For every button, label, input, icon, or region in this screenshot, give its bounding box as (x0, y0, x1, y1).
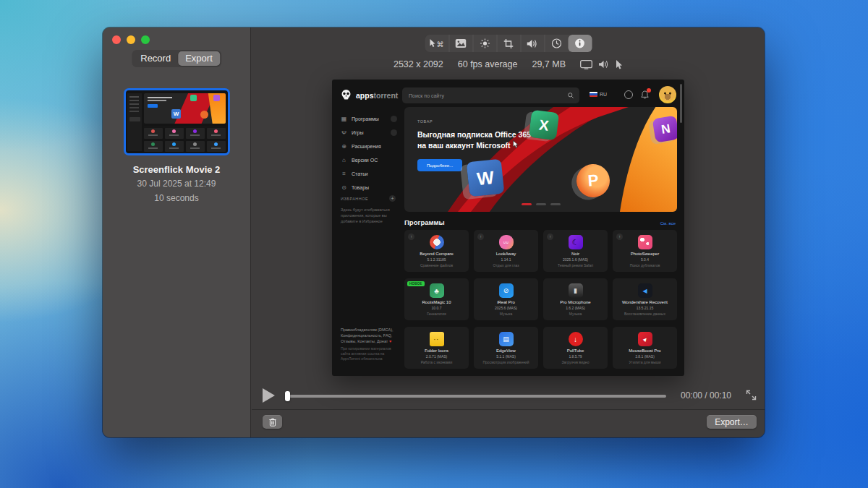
app-card: ▮ Pro Microphone 1.6.2 (MAS) Музыка (543, 278, 608, 320)
page-dot (536, 203, 546, 205)
programs-icon: ▦ (341, 116, 347, 122)
promo-banner: ТОВАР Выгодная подписка Office 365 на ва… (404, 107, 677, 212)
detail-panel: ⌘ (252, 27, 765, 437)
app-name: Folder Icons (404, 348, 469, 353)
banner-title: Выгодная подписка Office 365 на ваш акка… (417, 129, 544, 150)
apps-grid: ↑ Beyond Compare 5.1.2.31185 Сравнение ф… (404, 230, 677, 369)
chat-icon (624, 90, 633, 99)
app-desc: Генеалогия (404, 312, 469, 316)
ireal-pro-app-icon: ⊘ (499, 283, 514, 298)
app-card: ► MouseBoost Pro 3.8.1 (MAS) Утилита для… (613, 327, 677, 369)
app-name: EdgeView (474, 348, 538, 353)
app-version: 2025.6 (MAS) (474, 306, 538, 310)
pro-microphone-app-icon: ▮ (569, 283, 583, 298)
trash-icon (269, 418, 276, 427)
app-card: ↑ Beyond Compare 5.1.2.31185 Сравнение ф… (404, 230, 469, 272)
site-nav-os-versions: ⌂Версии ОС (341, 157, 397, 163)
site-nav-extensions: ⊕Расширения (341, 143, 397, 150)
info-button[interactable] (568, 35, 592, 52)
image-options-button[interactable] (448, 35, 472, 52)
pulltube-app-icon: ↓ (569, 332, 583, 346)
delete-recording-button[interactable] (263, 415, 282, 429)
time-display: 00:00 / 00:10 (675, 390, 737, 401)
app-version: 5.1.2.31185 (404, 257, 469, 262)
mode-segmented-control: Record Export (132, 50, 221, 67)
app-version: 3.8.1 (MAS) (613, 354, 677, 359)
site-nav-articles: ≡Статьи (341, 171, 397, 177)
app-name: Beyond Compare (404, 252, 469, 256)
site-nav-programs: ▦Программы (341, 116, 397, 122)
section-title: Программы (404, 218, 445, 226)
stat-framerate: 60 fps average (458, 59, 518, 69)
app-desc: Работа с иконками (404, 360, 469, 364)
language-selector: RU (590, 92, 607, 97)
os-icon: ⌂ (341, 157, 347, 163)
word-tile: W (467, 159, 505, 197)
zoom-button[interactable] (141, 35, 150, 44)
rootsmagic-app-icon: ♣ (430, 283, 444, 298)
cursor-track-icon (616, 60, 623, 69)
recording-duration: 10 seconds (103, 193, 250, 203)
site-nav-games: ΨИгры (341, 129, 397, 136)
app-name: iReal Pro (474, 300, 538, 304)
update-badge: ↑ (408, 234, 414, 240)
update-badge: ↑ (547, 234, 553, 240)
beyond-compare-app-icon (430, 235, 444, 249)
display-icon (580, 60, 592, 69)
app-card: ↑ PhotoSweeper 5.0.4 Поиск дубликатов (613, 230, 677, 272)
recording-thumbnail[interactable]: W (124, 88, 230, 155)
new-badge: НОВОЕ (407, 281, 425, 286)
brightness-button[interactable] (472, 35, 496, 52)
expand-icon (746, 390, 757, 401)
recoverit-app-icon: ◀ (638, 283, 652, 298)
app-card: ↑ ∪∪ LookAway 1.14.1 Отдых для глаз (474, 230, 538, 272)
play-button[interactable] (263, 388, 275, 403)
export-button[interactable]: Export… (707, 415, 757, 429)
info-icon (575, 38, 585, 48)
fullscreen-button[interactable] (746, 390, 757, 401)
app-version: 13.5.21.15 (613, 306, 677, 310)
bottom-divider (252, 409, 765, 410)
app-name: PhotoSweeper (613, 252, 677, 256)
crop-icon (504, 39, 514, 48)
banner-more-button: Подробнее... (417, 159, 462, 171)
site-footer-links: Правообладателям (DMCA), Конфиденциально… (341, 327, 399, 344)
search-icon (568, 93, 579, 98)
speaker-icon (527, 39, 538, 48)
clock-icon (551, 38, 561, 48)
video-preview[interactable]: appstorrent Поиск по сайту RU (332, 80, 684, 376)
cursor-command-icon: ⌘ (430, 39, 444, 48)
thumb-mini-card (144, 128, 163, 139)
app-version: 2025.1.6 (MAS) (543, 257, 608, 262)
export-tab[interactable]: Export (178, 51, 220, 66)
articles-icon: ≡ (341, 171, 347, 177)
audio-button[interactable] (520, 35, 544, 52)
timeline-slider[interactable] (285, 395, 666, 398)
app-name: MouseBoost Pro (613, 348, 677, 353)
app-card: ↓ PullTube 1.8.5.79 Загрузчик видео (543, 327, 608, 369)
app-name: RootsMagic 10 (404, 300, 469, 304)
crop-button[interactable] (496, 35, 520, 52)
onenote-tile: N (652, 116, 677, 143)
playhead-handle[interactable] (285, 391, 290, 401)
time-button[interactable] (544, 35, 568, 52)
minimize-button[interactable] (127, 35, 135, 44)
close-button[interactable] (112, 35, 121, 44)
recording-title: Screenflick Movie 2 (103, 164, 250, 175)
record-tab[interactable]: Record (133, 51, 178, 66)
bell-icon (641, 90, 650, 99)
extensions-icon: ⊕ (341, 143, 347, 150)
app-version: 5.0.4 (613, 257, 677, 262)
favorites-header: ИЗБРАННОЕ + (341, 195, 396, 202)
cursor-options-button[interactable]: ⌘ (425, 35, 448, 52)
image-icon (456, 39, 467, 48)
page-dot (550, 203, 561, 205)
svg-text:⌘: ⌘ (437, 40, 444, 48)
app-card: ◀ Wondershare Recoverit 13.5.21.15 Восст… (613, 278, 677, 320)
app-card: ⊘ iReal Pro 2025.6 (MAS) Музыка (474, 278, 538, 320)
favorites-hint: Здесь будут отображаться приложения, кот… (341, 207, 394, 224)
app-name: PullTube (543, 348, 608, 353)
site-nav-goods: ⊙Товары (341, 184, 397, 191)
app-version: 5.1.1 (MAS) (474, 354, 538, 359)
preview-toolbar: ⌘ (425, 35, 592, 52)
